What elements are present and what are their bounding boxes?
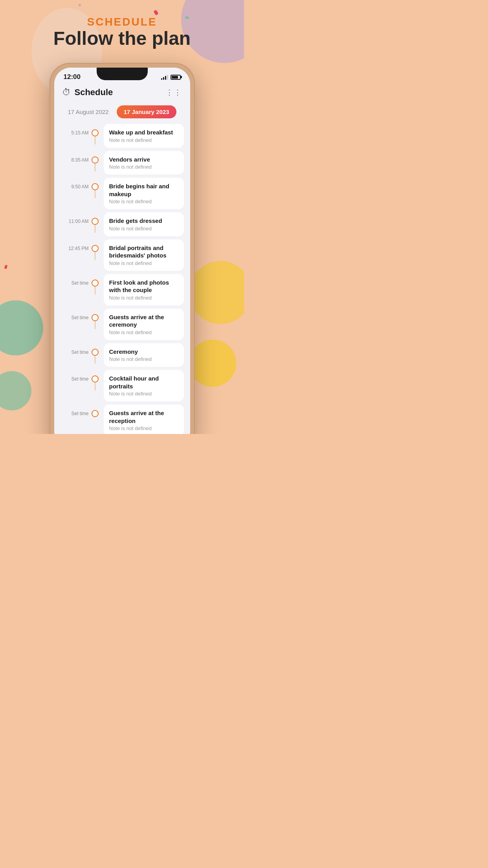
event-title: Ceremony	[109, 348, 178, 356]
timeline-item[interactable]: 8:35 AM Vendors arrive Note is not defin…	[61, 151, 184, 175]
tagline: Follow the plan	[0, 28, 244, 49]
app-header: ⏱ Schedule ⋮⋮	[54, 83, 190, 101]
timeline-item[interactable]: 11:00 AM Bride gets dressed Note is not …	[61, 212, 184, 236]
time-label: Set time	[61, 309, 89, 320]
status-icons	[161, 74, 181, 80]
timeline-connector	[89, 124, 101, 144]
signal-bar-4	[167, 75, 168, 80]
date-tab-january[interactable]: 17 January 2023	[117, 105, 176, 118]
event-note: Note is not defined	[109, 199, 178, 204]
signal-bar-3	[165, 76, 166, 80]
blob-yellow-right	[189, 261, 244, 324]
event-title: Wake up and breakfast	[109, 129, 178, 136]
event-card[interactable]: Bride gets dressed Note is not defined	[104, 212, 184, 236]
timeline-dot	[92, 245, 99, 252]
time-label: Set time	[61, 405, 89, 416]
timeline-line	[95, 252, 95, 260]
timeline-connector	[89, 151, 101, 171]
event-card[interactable]: First look and photos with the couple No…	[104, 274, 184, 305]
event-note: Note is not defined	[109, 137, 178, 143]
phone-screen: 12:00 ⏱ Schedule	[54, 68, 190, 434]
phone-wrapper: 12:00 ⏱ Schedule	[50, 63, 195, 434]
timeline-connector	[89, 212, 101, 233]
blob-green-left	[0, 300, 43, 355]
timeline-dot	[92, 129, 99, 136]
date-tabs: 17 August 2022 17 January 2023	[54, 101, 190, 124]
timeline-dot	[92, 349, 99, 356]
time-label: Set time	[61, 274, 89, 286]
confetti-4	[4, 265, 7, 269]
timeline-dot	[92, 314, 99, 321]
event-card[interactable]: Cocktail hour and portraits Note is not …	[104, 370, 184, 401]
timeline-dot	[92, 410, 99, 417]
event-title: First look and photos with the couple	[109, 279, 178, 294]
timeline-dot	[92, 156, 99, 164]
event-card[interactable]: Guests arrive at the ceremony Note is no…	[104, 309, 184, 340]
more-menu-button[interactable]: ⋮⋮	[166, 88, 182, 97]
timeline-item[interactable]: 9:50 AM Bride begins hair and makeup Not…	[61, 178, 184, 209]
blob-green-bottom	[0, 371, 31, 410]
event-card[interactable]: Wake up and breakfast Note is not define…	[104, 124, 184, 148]
timeline-connector	[89, 178, 101, 198]
timeline-item[interactable]: Set time Guests arrive at the reception …	[61, 405, 184, 434]
time-label: Set time	[61, 370, 89, 382]
timeline-item[interactable]: Set time Guests arrive at the ceremony N…	[61, 309, 184, 340]
signal-bars-icon	[161, 74, 168, 80]
event-card[interactable]: Guests arrive at the reception Note is n…	[104, 405, 184, 434]
event-note: Note is not defined	[109, 164, 178, 170]
timeline-connector	[89, 309, 101, 329]
blob-yellow-small	[189, 340, 236, 387]
date-tab-august[interactable]: 17 August 2022	[68, 108, 108, 115]
timeline-dot	[92, 280, 99, 287]
event-note: Note is not defined	[109, 356, 178, 362]
timeline-item[interactable]: 12:45 PM Bridal portraits and bridesmaid…	[61, 239, 184, 271]
timeline-item[interactable]: Set time Ceremony Note is not defined	[61, 343, 184, 367]
timeline-line	[95, 164, 95, 171]
timeline-item[interactable]: 5:15 AM Wake up and breakfast Note is no…	[61, 124, 184, 148]
timeline-connector	[89, 239, 101, 260]
time-label: Set time	[61, 343, 89, 355]
timeline-connector	[89, 405, 101, 417]
event-card[interactable]: Bride begins hair and makeup Note is not…	[104, 178, 184, 209]
header-area: SCHEDULE Follow the plan	[0, 16, 244, 49]
event-note: Note is not defined	[109, 226, 178, 232]
timeline-connector	[89, 274, 101, 294]
event-note: Note is not defined	[109, 329, 178, 335]
clock-icon: ⏱	[62, 87, 71, 97]
time-label: 11:00 AM	[61, 212, 89, 224]
signal-bar-2	[163, 77, 164, 80]
battery-fill	[172, 76, 178, 79]
event-note: Note is not defined	[109, 260, 178, 266]
phone-frame: 12:00 ⏱ Schedule	[50, 63, 195, 434]
timeline-line	[95, 190, 95, 198]
timeline-line	[95, 136, 95, 144]
event-card[interactable]: Vendors arrive Note is not defined	[104, 151, 184, 175]
event-card[interactable]: Bridal portraits and bridesmaids' photos…	[104, 239, 184, 271]
timeline-item[interactable]: Set time First look and photos with the …	[61, 274, 184, 305]
app-title-row: ⏱ Schedule	[62, 87, 113, 97]
timeline-line	[95, 321, 95, 329]
status-time: 12:00	[64, 73, 81, 81]
timeline-line	[95, 287, 95, 294]
event-note: Note is not defined	[109, 295, 178, 301]
event-title: Cocktail hour and portraits	[109, 375, 178, 390]
timeline-line	[95, 383, 95, 390]
battery-icon	[171, 75, 181, 80]
event-title: Guests arrive at the reception	[109, 409, 178, 425]
timeline-connector	[89, 370, 101, 390]
event-note: Note is not defined	[109, 391, 178, 397]
time-label: 5:15 AM	[61, 124, 89, 136]
timeline-item[interactable]: Set time Cocktail hour and portraits Not…	[61, 370, 184, 401]
event-card[interactable]: Ceremony Note is not defined	[104, 343, 184, 367]
signal-bar-1	[161, 78, 162, 80]
event-note: Note is not defined	[109, 425, 178, 431]
confetti-3	[79, 4, 81, 6]
timeline-dot	[92, 375, 99, 383]
event-title: Guests arrive at the ceremony	[109, 313, 178, 329]
event-title: Bride begins hair and makeup	[109, 182, 178, 198]
app-title: Schedule	[75, 87, 113, 97]
timeline-list: 5:15 AM Wake up and breakfast Note is no…	[54, 124, 190, 434]
timeline-line	[95, 356, 95, 364]
event-title: Bride gets dressed	[109, 217, 178, 225]
timeline-line	[95, 225, 95, 233]
